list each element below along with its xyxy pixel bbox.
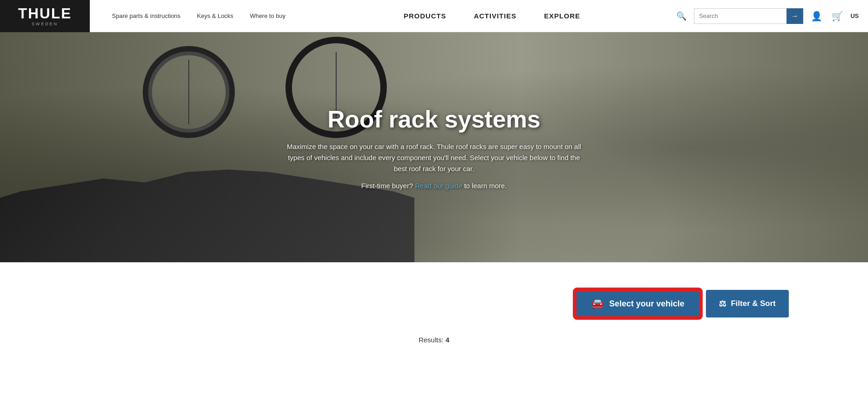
hero-description: Maximize the space on your car with a ro… — [287, 141, 582, 174]
search-bar: → — [694, 8, 804, 24]
search-submit-button[interactable]: → — [786, 8, 803, 24]
results-label: Results: — [419, 336, 443, 344]
cart-icon: 🛒 — [832, 11, 843, 21]
user-icon: 👤 — [811, 11, 822, 21]
keys-locks-link[interactable]: Keys & Locks — [189, 12, 242, 19]
search-input[interactable] — [694, 9, 786, 23]
select-vehicle-button[interactable]: 🚘 Select your vehicle — [575, 290, 700, 317]
top-links-bar: Spare parts & instructions Keys & Locks … — [90, 12, 308, 19]
vehicle-filter-row: 🚘 Select your vehicle ⚖ Filter & Sort — [43, 290, 826, 317]
brand-sub: SWEDEN — [18, 22, 72, 26]
bike-wheel-left — [143, 46, 235, 138]
explore-nav-item[interactable]: EXPLORE — [544, 12, 580, 20]
filter-icon: ⚖ — [719, 299, 726, 309]
activities-nav-item[interactable]: ACTIVITIES — [474, 12, 517, 20]
search-magnifier-icon[interactable]: 🔍 — [676, 11, 687, 21]
hero-section: Roof rack systems Maximize the space on … — [0, 32, 868, 262]
guide-suffix: to learn more. — [464, 182, 507, 190]
cart-button[interactable]: 🛒 — [830, 9, 845, 23]
results-line: Results: 4 — [419, 336, 449, 344]
car-icon: 🚘 — [591, 298, 604, 310]
country-selector[interactable]: US — [851, 12, 859, 19]
results-count: 4 — [446, 336, 449, 344]
hero-guide-line: First-time buyer? Read our guide to lear… — [287, 182, 582, 190]
brand-name: THULE — [18, 6, 72, 21]
guide-link[interactable]: Read our guide — [415, 182, 462, 190]
account-button[interactable]: 👤 — [809, 9, 824, 23]
arrow-right-icon: → — [791, 12, 798, 20]
logo[interactable]: THULE SWEDEN — [0, 0, 90, 32]
select-vehicle-label: Select your vehicle — [609, 299, 684, 309]
filter-sort-button[interactable]: ⚖ Filter & Sort — [706, 290, 788, 317]
where-to-buy-link[interactable]: Where to buy — [242, 12, 294, 19]
top-navigation: THULE SWEDEN Spare parts & instructions … — [0, 0, 868, 32]
filter-sort-label: Filter & Sort — [731, 299, 775, 308]
hero-title: Roof rack systems — [287, 105, 582, 133]
below-hero-section: 🚘 Select your vehicle ⚖ Filter & Sort Re… — [0, 262, 868, 362]
products-nav-item[interactable]: PRODUCTS — [404, 12, 446, 20]
main-navigation: PRODUCTS ACTIVITIES EXPLORE — [308, 12, 676, 20]
top-right-controls: 🔍 → 👤 🛒 US — [676, 8, 868, 24]
hero-content: Roof rack systems Maximize the space on … — [278, 96, 591, 199]
spare-parts-link[interactable]: Spare parts & instructions — [104, 12, 189, 19]
first-time-text: First-time buyer? — [361, 182, 414, 190]
